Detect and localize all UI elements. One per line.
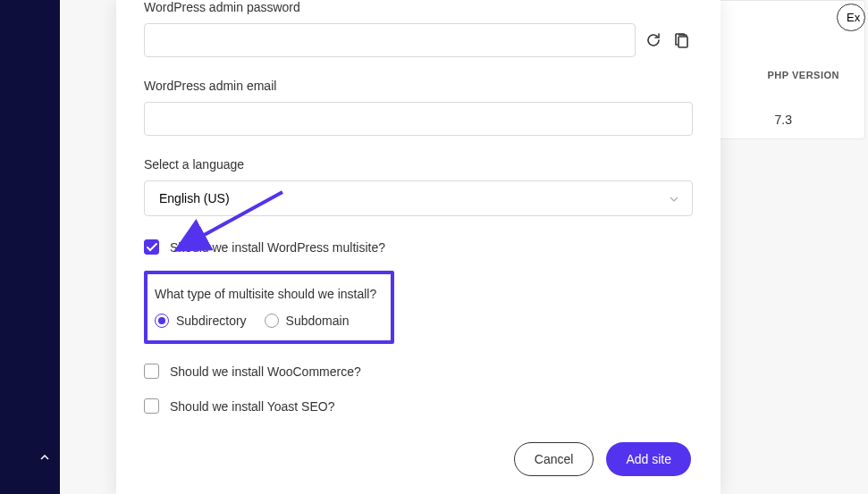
php-version-value: 7.3 [775,113,792,127]
yoast-checkbox-label: Should we install Yoast SEO? [170,399,334,414]
radio-subdomain-control[interactable] [265,314,279,328]
radio-subdomain[interactable]: Subdomain [265,314,350,328]
password-label: WordPress admin password [144,0,693,14]
php-version-column-header: PHP VERSION [768,70,840,80]
multisite-type-label: What type of multisite should we install… [155,287,383,301]
multisite-type-section: What type of multisite should we install… [144,271,394,344]
cancel-button[interactable]: Cancel [514,442,594,476]
copy-password-icon[interactable] [671,29,693,51]
email-input[interactable] [144,102,693,136]
add-site-button[interactable]: Add site [606,442,691,476]
email-label: WordPress admin email [144,79,693,93]
export-button[interactable]: Ex [837,4,865,31]
modal-footer: Cancel Add site [116,424,721,494]
radio-subdirectory-label: Subdirectory [176,314,247,328]
regenerate-password-icon[interactable] [643,29,664,51]
woocommerce-checkbox-label: Should we install WooCommerce? [170,364,361,379]
language-select[interactable] [144,180,693,216]
sidebar-expand-icon[interactable] [40,448,49,463]
radio-subdomain-label: Subdomain [286,314,350,328]
password-input[interactable] [144,23,636,57]
multisite-checkbox[interactable] [144,239,159,255]
multisite-checkbox-label: Should we install WordPress multisite? [170,240,385,255]
svg-rect-1 [678,37,687,47]
radio-subdirectory[interactable]: Subdirectory [155,314,247,328]
yoast-checkbox[interactable] [144,398,159,414]
add-site-modal: WordPress admin password WordPress admin… [116,0,721,494]
app-sidebar [0,0,60,494]
woocommerce-checkbox[interactable] [144,364,159,379]
radio-subdirectory-control[interactable] [155,314,169,328]
language-label: Select a language [144,157,693,172]
